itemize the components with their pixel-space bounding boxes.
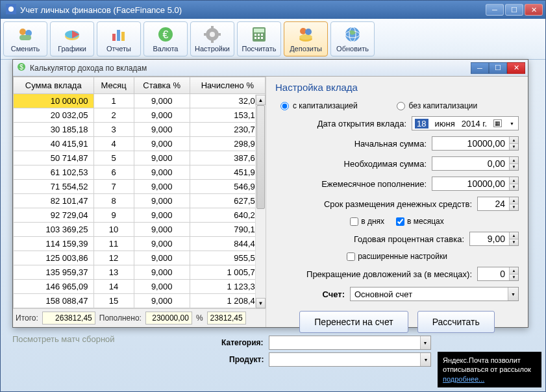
table-cell: 2 — [93, 108, 134, 123]
table-header[interactable]: Ставка % — [134, 77, 190, 94]
notification-toast[interactable]: Яндекс.Почта позволит отписываться от ра… — [438, 352, 541, 387]
table-row[interactable]: 82 101,4789,000627,57 — [14, 194, 266, 208]
radio-nocap-input[interactable] — [397, 102, 405, 110]
spin-down[interactable]: ▼ — [509, 164, 518, 171]
toolbar-euro-button[interactable]: €Валюта — [143, 21, 188, 56]
calendar-icon[interactable]: ▦ — [493, 119, 502, 127]
spin-up[interactable]: ▲ — [509, 232, 518, 239]
table-cell: 82 101,47 — [14, 194, 94, 208]
monthly-input[interactable]: ▲▼ — [432, 177, 519, 191]
chevron-down-icon[interactable]: ▼ — [508, 288, 518, 300]
radio-no-capitalization[interactable]: без капитализации — [397, 101, 478, 110]
spin-down[interactable]: ▼ — [509, 275, 518, 281]
spin-down[interactable]: ▼ — [509, 144, 518, 151]
transfer-button[interactable]: Перенести на счет — [299, 311, 408, 333]
radio-capitalization[interactable]: с капитализацией — [280, 101, 358, 110]
table-header[interactable]: Начислено % — [190, 77, 265, 94]
main-minimize-button[interactable]: ─ — [486, 4, 504, 16]
spin-down[interactable]: ▼ — [509, 239, 518, 246]
chevron-down-icon[interactable]: ▼ — [420, 336, 430, 349]
spin-up[interactable]: ▲ — [509, 137, 518, 144]
chevron-down-icon[interactable]: ▼ — [420, 353, 430, 366]
radio-cap-input[interactable] — [280, 102, 289, 110]
spin-down[interactable]: ▼ — [509, 204, 518, 211]
toolbar-charts-button[interactable]: Графики — [50, 21, 94, 56]
check-months[interactable]: в месяцах — [396, 217, 444, 226]
vertical-scrollbar[interactable]: ▲ ▼ — [255, 95, 266, 308]
table-cell: 7 — [93, 180, 134, 194]
spin-up[interactable]: ▲ — [509, 157, 518, 164]
account-combo[interactable]: Основной счет ▼ — [350, 287, 519, 301]
main-close-button[interactable]: ✕ — [525, 4, 543, 16]
bars-icon — [110, 25, 128, 43]
table-row[interactable]: 135 959,37139,0001 005,73 — [14, 265, 266, 280]
initial-sum-field[interactable] — [432, 137, 509, 150]
chevron-down-icon[interactable]: ▼ — [508, 121, 515, 126]
toolbar-gear-button[interactable]: Настройки — [190, 21, 234, 56]
table-row[interactable]: 158 088,47159,0001 208,40 — [14, 294, 266, 308]
date-month[interactable]: июня — [435, 119, 455, 129]
table-row[interactable]: 10 000,0019,00032,05 — [14, 94, 266, 108]
table-row[interactable]: 103 369,25109,000790,14 — [14, 223, 266, 237]
table-row[interactable]: 71 554,5279,000546,95 — [14, 180, 266, 194]
spin-up[interactable]: ▲ — [509, 197, 518, 204]
table-row[interactable]: 40 415,9149,000298,97 — [14, 137, 266, 151]
date-day[interactable]: 18 — [415, 119, 428, 129]
term-input[interactable]: ▲▼ — [477, 197, 519, 211]
table-header[interactable]: Сумма вклада — [14, 77, 94, 94]
calc-minimize-button[interactable]: ─ — [471, 62, 489, 74]
table-row[interactable]: 50 714,8759,000387,66 — [14, 151, 266, 165]
toast-more-link[interactable]: подробнее... — [443, 375, 484, 383]
required-sum-field[interactable] — [432, 157, 509, 170]
table-row[interactable]: 20 032,0529,000153,12 — [14, 108, 266, 123]
toolbar-calc-button[interactable]: Посчитать — [237, 21, 281, 56]
table-header[interactable]: Месяц — [93, 77, 134, 94]
toolbar-deposit-button[interactable]: Депозиты — [284, 21, 328, 56]
rate-input[interactable]: ▲▼ — [469, 232, 519, 246]
calculator-window: $ Калькулятор дохода по вкладам ─ ☐ ✕ Су… — [12, 59, 528, 328]
scroll-down-button[interactable]: ▼ — [256, 298, 266, 308]
required-sum-input[interactable]: ▲▼ — [432, 156, 519, 171]
svg-point-1 — [8, 6, 14, 12]
spin-up[interactable]: ▲ — [509, 267, 518, 275]
product-combo[interactable]: ▼ — [269, 352, 431, 367]
monthly-field[interactable] — [432, 177, 509, 190]
date-year[interactable]: 2014 г. — [462, 119, 487, 129]
table-cell: 71 554,52 — [14, 180, 94, 194]
table-row[interactable]: 125 003,86129,000955,51 — [14, 251, 266, 265]
rate-field[interactable] — [470, 232, 509, 245]
category-combo[interactable]: ▼ — [269, 336, 431, 350]
table-row[interactable]: 146 965,09149,0001 123,38 — [14, 280, 266, 294]
term-field[interactable] — [478, 197, 509, 210]
spin-up[interactable]: ▲ — [509, 177, 518, 184]
toolbar-bars-button[interactable]: Отчеты — [97, 21, 141, 56]
svg-rect-25 — [261, 37, 263, 39]
check-days[interactable]: в днях — [350, 217, 384, 226]
table-cell: 9,000 — [134, 223, 190, 237]
check-days-input[interactable] — [350, 217, 358, 226]
check-months-input[interactable] — [396, 217, 404, 226]
table-row[interactable]: 30 185,1839,000230,73 — [14, 123, 266, 137]
calc-close-button[interactable]: ✕ — [507, 62, 525, 74]
table-cell: 13 — [93, 265, 134, 280]
calc-maximize-button[interactable]: ☐ — [489, 62, 507, 74]
stop-field[interactable] — [478, 267, 509, 280]
table-row[interactable]: 114 159,39119,000844,47 — [14, 237, 266, 251]
initial-sum-input[interactable]: ▲▼ — [432, 136, 519, 151]
table-cell: 12 — [93, 251, 134, 265]
main-maximize-button[interactable]: ☐ — [505, 4, 523, 16]
scroll-track[interactable] — [256, 105, 266, 298]
check-advanced-input[interactable] — [347, 252, 355, 261]
calculate-button[interactable]: Рассчитать — [417, 311, 495, 333]
check-advanced[interactable]: расширенные настройки — [347, 252, 447, 261]
scroll-up-button[interactable]: ▲ — [256, 95, 266, 105]
stop-input[interactable]: ▲▼ — [477, 267, 519, 281]
table-row[interactable]: 92 729,0499,000640,21 — [14, 208, 266, 223]
toolbar-users-button[interactable]: Сменить — [3, 21, 47, 56]
table-cell: 9,000 — [134, 237, 190, 251]
spin-down[interactable]: ▼ — [509, 184, 518, 191]
table-row[interactable]: 61 102,5369,000451,99 — [14, 165, 266, 180]
toolbar-globe-button[interactable]: Обновить — [330, 21, 375, 56]
date-picker[interactable]: 18 июня 2014 г. ▦ ▼ — [412, 116, 519, 130]
scroll-thumb[interactable] — [256, 105, 265, 209]
